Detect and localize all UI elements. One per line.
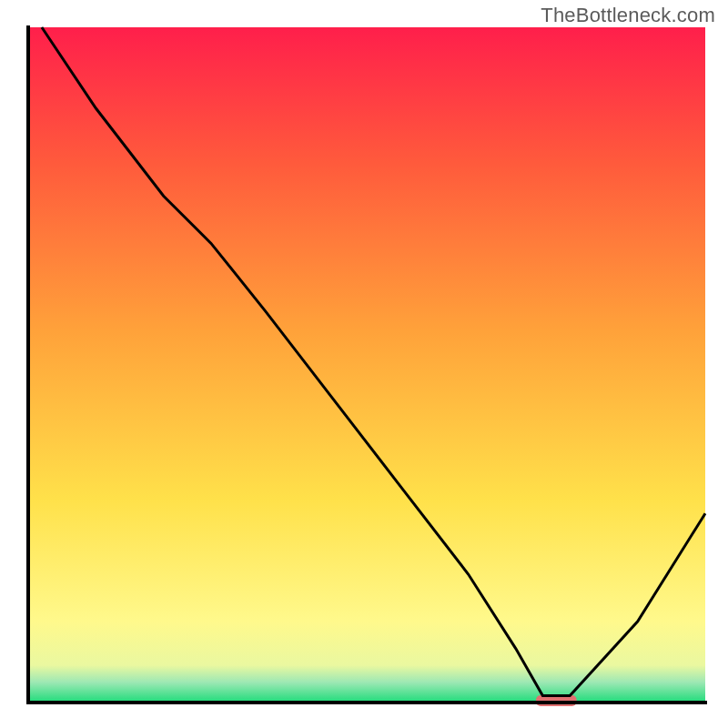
chart-container: TheBottleneck.com [0,0,728,728]
plot-background [28,27,705,703]
bottleneck-chart [0,0,728,728]
